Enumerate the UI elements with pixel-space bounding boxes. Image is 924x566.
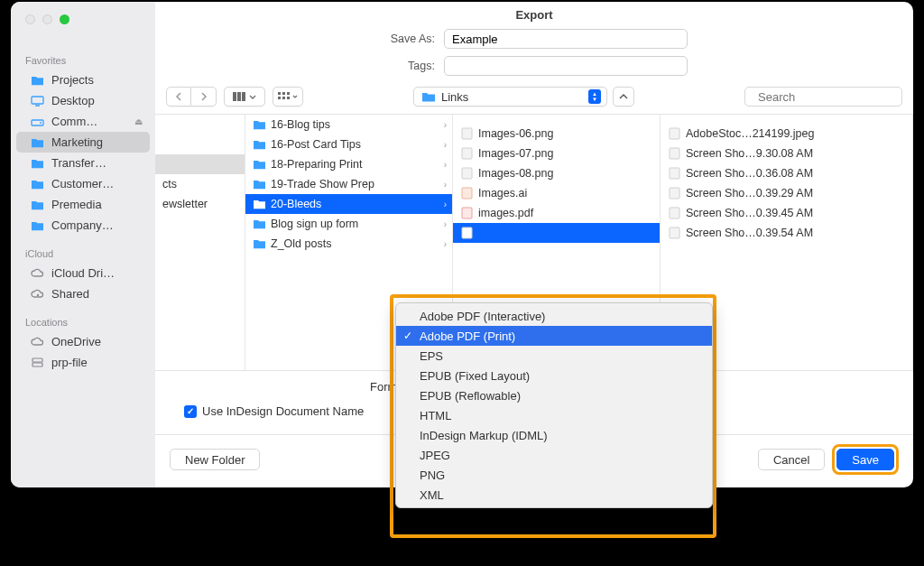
save-button[interactable]: Save (836, 449, 894, 470)
browser-row[interactable]: Blog sign up form› (245, 214, 452, 234)
browser-row[interactable]: Z_Old posts› (245, 234, 452, 254)
row-label: 19-Trade Show Prep (271, 178, 374, 190)
browser-row[interactable]: ewsletter (155, 194, 245, 214)
zoom-window-icon[interactable] (60, 14, 69, 24)
sidebar-item[interactable]: Marketing (16, 132, 150, 153)
browser-row[interactable]: 20-Bleeds› (245, 194, 452, 214)
sidebar-item[interactable]: Customer… (16, 173, 150, 194)
nav-back-button[interactable] (166, 87, 191, 107)
browser-row[interactable]: cts (155, 174, 245, 194)
sidebar-item-label: Projects (51, 73, 94, 87)
browser-row[interactable]: images.pdf (453, 203, 660, 223)
browser-row[interactable]: Screen Sho…0.39.45 AM (661, 203, 912, 223)
new-folder-button[interactable]: New Folder (170, 449, 260, 470)
eject-icon[interactable]: ⏏ (134, 116, 143, 126)
format-option[interactable]: Adobe PDF (Interactive) (396, 306, 712, 326)
sidebar-item[interactable]: OneDrive (16, 331, 150, 352)
browser-row[interactable]: Screen Sho…0.39.54 AM (661, 223, 912, 243)
folder-icon (421, 91, 436, 102)
save-as-input[interactable] (444, 29, 688, 49)
sidebar-item[interactable]: Premedia (16, 194, 150, 215)
sidebar-section-header: iCloud (11, 245, 155, 263)
format-dropdown[interactable]: Adobe PDF (Interactive)✓Adobe PDF (Print… (395, 302, 713, 508)
folder-icon (31, 219, 44, 231)
cancel-button[interactable]: Cancel (758, 449, 825, 470)
sidebar-item[interactable]: Desktop (16, 90, 150, 111)
format-option[interactable]: EPUB (Reflowable) (396, 385, 712, 405)
nav-forward-button[interactable] (191, 87, 217, 107)
format-option-label: EPUB (Reflowable) (420, 389, 521, 403)
sidebar-item[interactable]: prp-file (16, 352, 150, 373)
pdf-icon (460, 207, 473, 219)
browser-row[interactable]: Screen Sho…0.39.29 AM (661, 183, 912, 203)
svg-rect-13 (278, 97, 281, 99)
format-option[interactable]: PNG (396, 465, 712, 485)
format-option[interactable]: JPEG (396, 445, 712, 465)
format-option-label: PNG (420, 469, 445, 482)
svg-rect-11 (282, 92, 285, 95)
shared-icon (31, 288, 44, 300)
browser-row[interactable]: 16-Post Card Tips› (245, 135, 452, 154)
format-option[interactable]: XML (396, 485, 712, 505)
sidebar-item[interactable]: Transfer… (16, 153, 150, 173)
svg-rect-19 (462, 148, 472, 159)
ai-icon (460, 187, 473, 199)
browser-row[interactable]: 18-Preparing Print› (245, 154, 452, 174)
browser-row[interactable]: Images-07.png (453, 144, 660, 163)
minimize-window-icon[interactable] (42, 14, 52, 24)
browser-row[interactable] (453, 223, 660, 243)
sidebar-item-label: Desktop (51, 94, 95, 107)
group-toggle[interactable] (273, 87, 303, 107)
chevron-down-icon (249, 95, 256, 99)
svg-rect-25 (670, 148, 679, 159)
chevron-right-icon: › (444, 199, 447, 209)
browser-row[interactable]: Images.ai (453, 183, 660, 203)
sidebar-item-label: Transfer… (51, 156, 106, 170)
browser-row[interactable]: AdobeStoc…214199.jpeg (661, 124, 912, 144)
format-option[interactable]: EPUB (Fixed Layout) (396, 366, 712, 385)
sidebar-item-label: Company… (51, 218, 114, 232)
chevron-right-icon: › (444, 140, 447, 150)
sidebar-item[interactable]: Company… (16, 215, 150, 236)
browser-row[interactable]: 16-Blog tips› (245, 115, 452, 135)
tags-input[interactable] (444, 56, 688, 76)
format-option[interactable]: InDesign Markup (IDML) (396, 425, 712, 445)
sidebar-item-label: Shared (51, 287, 89, 301)
grid-icon (278, 92, 291, 101)
path-popup[interactable]: Links ▲▼ (413, 87, 607, 107)
sidebar-item-label: Marketing (51, 135, 103, 149)
browser-column-0: ctsewsletter (155, 115, 245, 370)
row-label: 20-Bleeds (271, 198, 321, 210)
view-mode-popup[interactable] (224, 87, 265, 107)
go-up-button[interactable] (613, 87, 634, 107)
browser-row[interactable]: Screen Sho…0.36.08 AM (661, 163, 912, 183)
sidebar-item[interactable]: Comm…⏏ (16, 111, 150, 132)
sidebar-item[interactable]: iCloud Dri… (16, 263, 150, 283)
browser-row[interactable]: Screen Sho…9.30.08 AM (661, 144, 912, 163)
close-window-icon[interactable] (25, 14, 35, 24)
browser-row[interactable]: 19-Trade Show Prep› (245, 174, 452, 194)
search-input[interactable] (756, 89, 911, 105)
folder-icon (253, 158, 265, 171)
browser-row[interactable] (155, 154, 245, 174)
search-field[interactable] (744, 87, 902, 107)
format-option[interactable]: EPS (396, 346, 712, 366)
png-icon (668, 207, 680, 219)
svg-rect-2 (32, 120, 43, 125)
desktop-icon (31, 95, 44, 107)
svg-rect-9 (242, 92, 245, 101)
sidebar-item[interactable]: Projects (16, 70, 150, 90)
drive-icon (31, 116, 44, 127)
format-option[interactable]: ✓Adobe PDF (Print) (396, 326, 712, 346)
sidebar-item[interactable]: Shared (16, 283, 150, 304)
row-label: ewsletter (162, 198, 208, 210)
row-label: images.pdf (478, 207, 533, 219)
browser-row[interactable]: Images-08.png (453, 163, 660, 183)
row-label: Screen Sho…0.36.08 AM (686, 167, 813, 180)
browser-row[interactable]: Images-06.png (453, 124, 660, 144)
use-doc-name-checkbox[interactable]: ✓ (184, 405, 197, 418)
row-label: Screen Sho…0.39.54 AM (686, 227, 813, 239)
format-option-label: Adobe PDF (Print) (420, 329, 515, 343)
format-option[interactable]: HTML (396, 405, 712, 425)
sidebar-item-label: prp-file (51, 356, 88, 369)
